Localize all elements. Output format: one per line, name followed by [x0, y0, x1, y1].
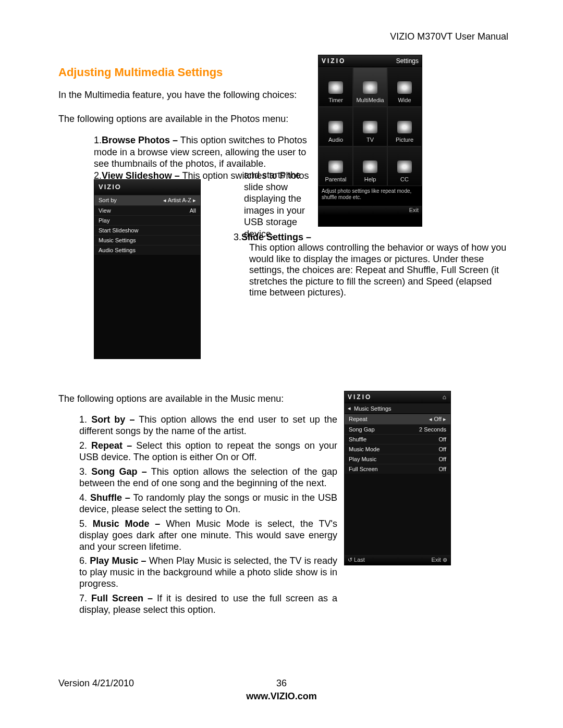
music-option-7: 7. Full Screen – If it is desired to use…: [79, 593, 337, 616]
music-option-4: 4. Shuffle – To randomly play the songs …: [79, 492, 337, 515]
row-value: ◂ Off ▸: [429, 416, 446, 423]
osd-cell-label: Audio: [328, 137, 343, 143]
music-intro: The following options are available in t…: [58, 393, 284, 404]
list-number: 3.: [234, 232, 241, 242]
row-value: Off: [439, 456, 446, 462]
row-label: Music Settings: [99, 237, 136, 243]
option-label: Shuffle –: [90, 492, 130, 503]
music-option-1: 1. Sort by – This option allows the end …: [79, 414, 337, 437]
row-value: Off: [439, 446, 446, 452]
doc-header: VIZIO M370VT User Manual: [390, 31, 508, 42]
option-label: Song Gap –: [91, 466, 147, 477]
row-label: Play Music: [349, 456, 376, 462]
osd-row-shuffle[interactable]: ShuffleOff: [345, 434, 450, 444]
music-options-list: 1. Sort by – This option allows the end …: [79, 414, 337, 619]
osd-row-view[interactable]: ViewAll: [94, 205, 200, 215]
osd-cell-label: TV: [366, 137, 374, 143]
wide-icon: [397, 81, 412, 94]
row-label: Full Screen: [349, 466, 378, 472]
osd-row-sortby[interactable]: Sort by◂ Artist A-Z ▸: [94, 195, 200, 205]
row-value: ◂ Artist A-Z ▸: [163, 197, 196, 204]
osd-music-settings: VIZIO ⌂ ◂ Music Settings Repeat◂ Off ▸ S…: [344, 391, 451, 565]
osd-cell-multimedia[interactable]: MultiMedia: [353, 67, 387, 107]
osd-row-music-settings[interactable]: Music Settings: [94, 235, 200, 245]
music-option-6: 6. Play Music – When Play Music is selec…: [79, 556, 337, 590]
osd-titlebar: VIZIO ⌂: [345, 391, 450, 403]
breadcrumb-label: Music Settings: [354, 405, 391, 412]
osd-row-play[interactable]: Play: [94, 215, 200, 225]
photos-option-3-text: This option allows controlling the behav…: [249, 242, 507, 299]
footer-page-number: 36: [0, 678, 563, 689]
page: VIZIO M370VT User Manual Adjusting Multi…: [0, 0, 563, 728]
osd-photos-menu: VIZIO Sort by◂ Artist A-Z ▸ ViewAll Play…: [94, 179, 201, 359]
option-label: Full Screen –: [91, 593, 153, 603]
row-label: Play: [99, 217, 109, 224]
osd-cell-audio[interactable]: Audio: [319, 107, 353, 146]
osd-row-audio-settings[interactable]: Audio Settings: [94, 245, 200, 255]
option-label: Play Music –: [90, 556, 146, 566]
option-label: Browse Photos –: [102, 135, 178, 145]
multimedia-icon: [363, 81, 377, 94]
osd-row-music-mode[interactable]: Music ModeOff: [345, 444, 450, 454]
row-label: Shuffle: [349, 436, 366, 442]
audio-icon: [328, 121, 343, 133]
osd-cell-label: Timer: [328, 97, 343, 103]
photos-option-3: 3.Slide Settings –: [234, 232, 311, 243]
osd-empty-area: [345, 474, 450, 555]
osd-cell-parental[interactable]: Parental: [319, 146, 353, 186]
osd-cell-wide[interactable]: Wide: [387, 67, 422, 107]
home-icon[interactable]: ⌂: [443, 393, 447, 401]
osd-cell-tv[interactable]: TV: [353, 107, 387, 146]
lock-icon: [328, 161, 343, 173]
osd-settings-grid: VIZIO Settings Timer MultiMedia Wide Aud…: [318, 55, 422, 227]
exit-button[interactable]: Exit: [409, 207, 419, 213]
intro-text-1: In the Multimedia feature, you have the …: [58, 90, 309, 101]
row-value: All: [190, 207, 196, 214]
section-title: Adjusting Multimedia Settings: [58, 66, 223, 79]
osd-cell-label: MultiMedia: [356, 97, 384, 103]
row-label: Start Slideshow: [99, 227, 138, 233]
osd-row-play-music[interactable]: Play MusicOff: [345, 454, 450, 464]
option-label: Slide Settings –: [241, 232, 311, 242]
osd-cell-label: Help: [364, 176, 376, 182]
picture-icon: [397, 121, 412, 133]
exit-button[interactable]: Exit ⊛: [432, 557, 447, 563]
osd-cell-help[interactable]: Help: [353, 146, 387, 186]
list-number: 4.: [79, 492, 87, 503]
osd-help-text: Adjust photo settings like repeat mode, …: [319, 186, 422, 206]
breadcrumb[interactable]: ◂ Music Settings: [345, 403, 450, 414]
osd-cell-timer[interactable]: Timer: [319, 67, 353, 107]
photos-option-1: 1.Browse Photos – This option switches t…: [94, 134, 313, 170]
row-value: Off: [439, 466, 446, 472]
last-button[interactable]: ↺ Last: [348, 557, 365, 563]
row-label: Sort by: [99, 197, 117, 204]
osd-cell-label: CC: [400, 176, 409, 182]
osd-row-start-slideshow[interactable]: Start Slideshow: [94, 225, 200, 235]
osd-bottom-bar: ↺ Last Exit ⊛: [345, 555, 450, 565]
list-number: 2.: [79, 440, 87, 451]
row-value: Off: [439, 436, 446, 442]
osd-titlebar: VIZIO Settings: [319, 55, 422, 67]
osd-row-full-screen[interactable]: Full ScreenOff: [345, 464, 450, 474]
help-icon: [363, 161, 377, 173]
row-label: Audio Settings: [99, 247, 136, 253]
timer-icon: [328, 81, 343, 94]
list-number: 1.: [94, 135, 102, 145]
list-number: 7.: [79, 593, 87, 603]
list-number: 6.: [79, 556, 87, 566]
osd-row-song-gap[interactable]: Song Gap2 Seconds: [345, 424, 450, 434]
vizio-logo: VIZIO: [94, 180, 200, 195]
cc-icon: [397, 161, 412, 173]
option-label: Music Mode –: [93, 519, 161, 529]
music-option-3: 3. Song Gap – This option allows the sel…: [79, 466, 337, 489]
row-label: View: [99, 207, 111, 214]
osd-cell-cc[interactable]: CC: [387, 146, 422, 186]
osd-exit-bar: Exit: [319, 206, 422, 215]
osd-row-repeat[interactable]: Repeat◂ Off ▸: [345, 414, 450, 424]
back-arrow-icon[interactable]: ◂: [348, 405, 351, 412]
vizio-logo: VIZIO: [322, 57, 346, 65]
option-label: Repeat –: [91, 440, 132, 451]
osd-cell-picture[interactable]: Picture: [387, 107, 422, 146]
music-option-2: 2. Repeat – Select this option to repeat…: [79, 440, 337, 463]
osd-title: Settings: [396, 57, 419, 65]
